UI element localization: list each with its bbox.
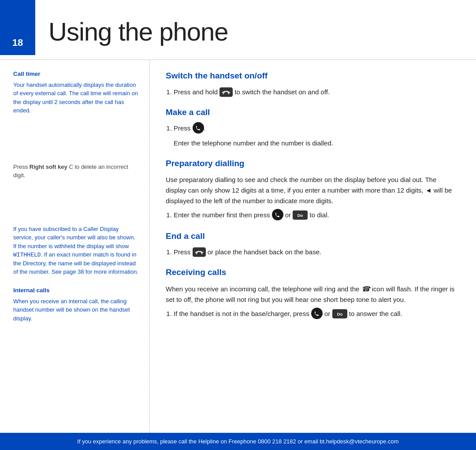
content-area: Call timer Your handset automatically di… — [0, 60, 476, 433]
main-content: Switch the handset on/off Press and hold… — [150, 60, 476, 433]
header: 18 Using the phone — [0, 0, 476, 60]
list-item: If the handset is not in the base/charge… — [174, 309, 458, 320]
sidebar-spacer-1 — [13, 125, 139, 160]
page-title: Using the phone — [35, 0, 241, 55]
right-soft-key-note: Press Right soft key C to delete an inco… — [13, 163, 139, 180]
svg-rect-5 — [193, 247, 206, 257]
end-call-icon-2 — [193, 247, 206, 257]
make-call-note: Enter the telephone number and the numbe… — [174, 138, 458, 149]
phone-icon-3 — [311, 308, 323, 319]
sidebar-spacer-2 — [13, 190, 139, 225]
section-prep-dial: Preparatory dialling Use preparatory dia… — [166, 157, 458, 221]
svg-point-1 — [193, 122, 204, 134]
svg-point-2 — [272, 209, 283, 220]
section-receiving-list: If the handset is not in the base/charge… — [166, 309, 458, 320]
section-switch: Switch the handset on/off Press and hold… — [166, 70, 458, 97]
section-switch-list: Press and hold to switch the handset on … — [166, 87, 458, 97]
internal-calls-heading: Internal calls — [13, 286, 139, 295]
internal-calls-text: When you receive an internal call, the c… — [13, 297, 139, 323]
internal-calls-section: Internal calls When you receive an inter… — [13, 286, 139, 323]
footer-text: If you experience any problems, please c… — [77, 438, 398, 445]
dial-icon-2: Do — [332, 309, 347, 319]
list-item: Enter the number first then press or Do … — [174, 210, 458, 221]
section-end-call: End a call Press or place the handset ba… — [166, 230, 458, 258]
section-end-call-title: End a call — [166, 230, 458, 243]
section-receiving-body: When you receive an incoming call, the t… — [166, 283, 458, 305]
section-prep-dial-list: Enter the number first then press or Do … — [166, 210, 458, 221]
phone-icon — [193, 122, 204, 134]
section-prep-dial-title: Preparatory dialling — [166, 157, 458, 170]
section-make-call-list: Press . — [166, 123, 458, 134]
page: 18 Using the phone Call timer Your hands… — [0, 0, 476, 450]
svg-point-6 — [311, 308, 323, 319]
section-make-call-title: Make a call — [166, 106, 458, 119]
section-end-call-list: Press or place the handset back on the b… — [166, 247, 458, 257]
footer: If you experience any problems, please c… — [0, 433, 476, 450]
svg-rect-0 — [219, 87, 233, 97]
end-call-icon — [219, 87, 233, 97]
list-item: Press or place the handset back on the b… — [174, 247, 458, 257]
call-timer-heading: Call timer — [13, 70, 139, 79]
svg-text:Do: Do — [298, 213, 303, 218]
svg-text:Do: Do — [337, 312, 342, 317]
dial-icon: Do — [293, 210, 308, 220]
caller-display-text: If you have subscribed to a Caller Displ… — [13, 225, 139, 276]
section-make-call: Make a call Press . Enter the telephone … — [166, 106, 458, 149]
call-timer-text: Your handset automatically displays the … — [13, 81, 139, 115]
page-number: 18 — [0, 0, 35, 55]
section-receiving-title: Receiving calls — [166, 266, 458, 279]
section-receiving: Receiving calls When you receive an inco… — [166, 266, 458, 320]
list-item: Press and hold to switch the handset on … — [174, 87, 458, 97]
caller-display-note: If you have subscribed to a Caller Displ… — [13, 225, 139, 276]
sidebar: Call timer Your handset automatically di… — [0, 60, 150, 433]
phone-icon-2 — [272, 209, 283, 220]
section-prep-dial-body: Use preparatory dialling to see and chec… — [166, 175, 458, 206]
section-switch-title: Switch the handset on/off — [166, 70, 458, 82]
right-soft-key-text: Press Right soft key C to delete an inco… — [13, 163, 139, 180]
call-timer-section: Call timer Your handset automatically di… — [13, 70, 139, 115]
list-item: Press . — [174, 123, 458, 134]
